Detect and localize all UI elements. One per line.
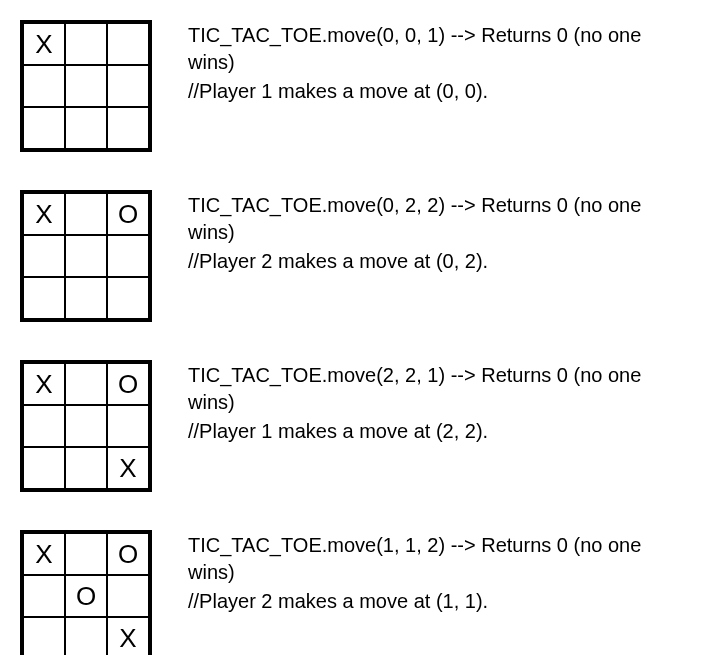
board-cell <box>23 235 65 277</box>
move-call-text: TIC_TAC_TOE.move(2, 2, 1) --> Returns 0 … <box>188 362 688 416</box>
move-comment-text: //Player 1 makes a move at (2, 2). <box>188 418 688 445</box>
move-comment-text: //Player 2 makes a move at (0, 2). <box>188 248 688 275</box>
board-cell <box>65 277 107 319</box>
tic-tac-toe-board: XO <box>20 190 152 322</box>
tic-tac-toe-board: XOOX <box>20 530 152 655</box>
board-cell: X <box>23 363 65 405</box>
move-call-text: TIC_TAC_TOE.move(0, 0, 1) --> Returns 0 … <box>188 22 688 76</box>
board-cell <box>23 107 65 149</box>
explanation-text: TIC_TAC_TOE.move(0, 2, 2) --> Returns 0 … <box>188 190 688 275</box>
board-cell <box>107 23 149 65</box>
board-cell: X <box>107 617 149 655</box>
step-3: XOOXTIC_TAC_TOE.move(1, 1, 2) --> Return… <box>20 530 702 655</box>
move-comment-text: //Player 2 makes a move at (1, 1). <box>188 588 688 615</box>
board-cell: X <box>23 23 65 65</box>
tic-tac-toe-board: X <box>20 20 152 152</box>
step-0: XTIC_TAC_TOE.move(0, 0, 1) --> Returns 0… <box>20 20 702 152</box>
board-cell <box>65 363 107 405</box>
board-cell <box>23 447 65 489</box>
board-cell: X <box>23 193 65 235</box>
explanation-text: TIC_TAC_TOE.move(2, 2, 1) --> Returns 0 … <box>188 360 688 445</box>
board-cell: X <box>23 533 65 575</box>
move-call-text: TIC_TAC_TOE.move(0, 2, 2) --> Returns 0 … <box>188 192 688 246</box>
board-cell <box>65 193 107 235</box>
board-cell <box>65 617 107 655</box>
board-cell <box>107 405 149 447</box>
tic-tac-toe-board: XOX <box>20 360 152 492</box>
board-cell <box>107 575 149 617</box>
step-1: XOTIC_TAC_TOE.move(0, 2, 2) --> Returns … <box>20 190 702 322</box>
step-2: XOXTIC_TAC_TOE.move(2, 2, 1) --> Returns… <box>20 360 702 492</box>
board-cell <box>65 533 107 575</box>
board-cell <box>65 65 107 107</box>
board-cell: O <box>107 533 149 575</box>
board-cell <box>107 65 149 107</box>
board-cell <box>107 107 149 149</box>
board-cell <box>65 23 107 65</box>
board-cell <box>65 107 107 149</box>
board-cell <box>23 277 65 319</box>
board-cell <box>23 617 65 655</box>
board-cell <box>107 277 149 319</box>
board-cell: O <box>107 193 149 235</box>
board-cell: O <box>107 363 149 405</box>
explanation-text: TIC_TAC_TOE.move(0, 0, 1) --> Returns 0 … <box>188 20 688 105</box>
board-cell <box>23 65 65 107</box>
board-cell <box>23 575 65 617</box>
board-cell <box>107 235 149 277</box>
board-cell <box>65 447 107 489</box>
board-cell <box>23 405 65 447</box>
explanation-text: TIC_TAC_TOE.move(1, 1, 2) --> Returns 0 … <box>188 530 688 615</box>
board-cell <box>65 405 107 447</box>
move-call-text: TIC_TAC_TOE.move(1, 1, 2) --> Returns 0 … <box>188 532 688 586</box>
board-cell: O <box>65 575 107 617</box>
board-cell <box>65 235 107 277</box>
move-comment-text: //Player 1 makes a move at (0, 0). <box>188 78 688 105</box>
board-cell: X <box>107 447 149 489</box>
